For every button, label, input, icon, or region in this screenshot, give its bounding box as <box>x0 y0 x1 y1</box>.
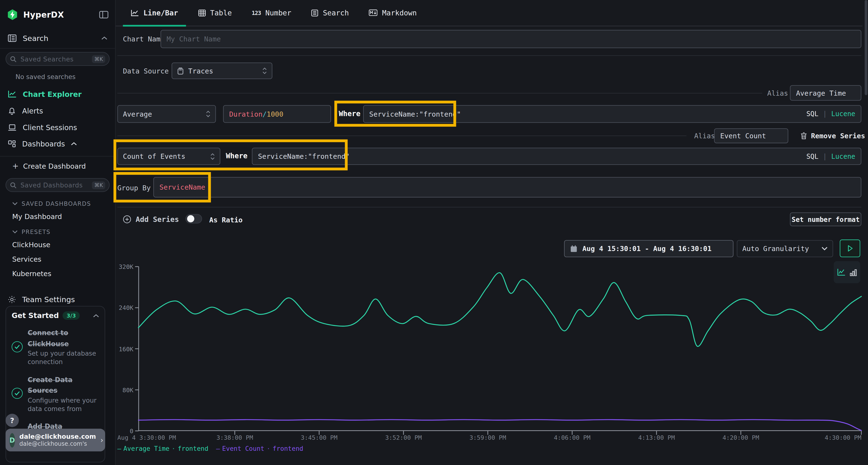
tab-number[interactable]: 123 Number <box>244 0 299 26</box>
sidebar-item-dashboards[interactable]: Dashboards <box>0 135 115 152</box>
collapse-sidebar-icon[interactable] <box>99 10 108 19</box>
markdown-icon <box>369 9 378 16</box>
team-settings-label: Team Settings <box>22 295 75 304</box>
x-tick-label: 4:30:00 PM <box>825 434 861 441</box>
sidebar-item-preset[interactable]: ClickHouse <box>0 237 115 252</box>
get-started-progress-badge: 3/3 <box>63 311 80 320</box>
series1-aggregation-select[interactable]: Average <box>117 105 216 123</box>
get-started-item[interactable]: Connect to ClickHouse Set up your databa… <box>11 327 99 366</box>
kbd-shortcut: ⌘K <box>92 181 105 189</box>
series2-where-label: Where <box>226 152 248 160</box>
get-started-item-title: Create Data Sources <box>28 376 72 394</box>
group-by-label: Group By <box>117 184 151 192</box>
data-source-select[interactable]: Traces <box>172 62 273 79</box>
legend-group: frontend <box>178 445 208 453</box>
chevron-right-icon: › <box>100 436 103 444</box>
saved-dashboards-section-toggle[interactable]: SAVED DASHBOARDS <box>0 195 115 209</box>
saved-searches-input[interactable]: Saved Searches ⌘K <box>5 52 110 66</box>
remove-series-button[interactable]: Remove Series <box>801 132 865 140</box>
legend-label: Event Count <box>222 445 264 453</box>
sidebar-search-label: Search <box>23 34 49 43</box>
series1-where-input[interactable]: ServiceName:"frontend" SQL | Lucene <box>363 105 861 123</box>
divider <box>117 56 862 56</box>
y-tick-label: 160K <box>111 345 133 353</box>
get-started-item-desc: Set up your database connection <box>28 350 99 366</box>
scrollbar-thumb[interactable] <box>865 0 867 95</box>
sidebar-item-client-sessions[interactable]: Client Sessions <box>0 119 115 136</box>
presets-list: ClickHouseServicesKubernetes <box>0 237 115 280</box>
sidebar-item-search[interactable]: Search <box>0 28 115 49</box>
get-started-header[interactable]: Get Started 3/3 <box>11 311 99 320</box>
series1-expression-input[interactable]: Duration/1000 <box>223 105 331 123</box>
chart-line-icon <box>8 90 17 98</box>
alias-label: Alias <box>767 89 788 97</box>
data-source-value: Traces <box>188 67 213 75</box>
check-circle-icon <box>11 388 23 399</box>
user-team: dale@clickhouse.com's <box>19 440 96 447</box>
run-query-button[interactable] <box>840 239 860 257</box>
lucene-option[interactable]: Lucene <box>831 110 856 118</box>
divider <box>117 135 686 136</box>
lucene-option[interactable]: Lucene <box>831 153 856 160</box>
granularity-select[interactable]: Auto Granularity <box>737 240 833 257</box>
add-series-button[interactable]: Add Series <box>123 215 179 223</box>
hyperdx-logo-icon <box>7 9 18 21</box>
presets-section-toggle[interactable]: PRESETS <box>0 224 115 237</box>
series2-where-input[interactable]: ServiceName:"frontend" SQL | Lucene <box>252 148 862 165</box>
tab-markdown[interactable]: Markdown <box>361 0 425 26</box>
as-ratio-label: As Ratio <box>209 215 243 224</box>
sidebar-item-preset[interactable]: Services <box>0 252 115 266</box>
series1-query-language-toggle: SQL | Lucene <box>806 110 855 118</box>
create-dashboard-button[interactable]: + Create Dashboard <box>0 157 115 175</box>
plot-svg <box>138 267 861 431</box>
legend-swatch: — <box>216 445 220 453</box>
legend-label: Average Time <box>123 445 169 453</box>
y-tick-label: 80K <box>111 387 133 394</box>
series1-alias-input[interactable]: Average Time <box>790 85 861 101</box>
search-panel-icon <box>8 34 17 42</box>
get-started-item-desc: Configure where your data comes from <box>28 397 99 413</box>
database-icon <box>177 67 184 74</box>
legend-item[interactable]: — Event Count · frontend <box>216 445 303 453</box>
help-button[interactable]: ? <box>5 414 19 427</box>
set-number-format-button[interactable]: Set number format <box>790 212 861 226</box>
sidebar-item-alerts[interactable]: Alerts <box>0 102 115 119</box>
divider <box>117 93 763 94</box>
saved-dashboards-input[interactable]: Saved Dashboards ⌘K <box>5 178 110 192</box>
client-sessions-label: Client Sessions <box>23 123 77 131</box>
series1-where-label: Where <box>339 110 361 118</box>
series-line-average-time <box>138 273 861 346</box>
sidebar-item-preset[interactable]: Kubernetes <box>0 266 115 280</box>
series2-alias-input[interactable]: Event Count <box>714 128 788 143</box>
chevron-updown-icon <box>206 110 210 117</box>
time-series-chart[interactable]: 320K240K160K80K0 Aug 4 3:30:00 PM3:38:00… <box>138 267 861 431</box>
series2-aggregation-select[interactable]: Count of Events <box>117 148 220 165</box>
magnifier-icon <box>10 182 17 189</box>
sidebar-item-chart-explorer[interactable]: Chart Explorer <box>0 86 115 102</box>
calendar-icon <box>570 245 578 252</box>
sql-option[interactable]: SQL <box>806 110 818 118</box>
get-started-item-title: Connect to ClickHouse <box>28 329 69 348</box>
user-menu[interactable]: D dale@clickhouse.com dale@clickhouse.co… <box>5 429 105 451</box>
dashboards-grid-icon <box>8 140 16 148</box>
get-started-item[interactable]: Create Data Sources Configure where your… <box>11 374 99 413</box>
date-range-input[interactable]: Aug 4 15:30:01 - Aug 4 16:30:01 <box>564 240 734 257</box>
sql-option[interactable]: SQL <box>806 153 818 160</box>
series-line-event-count <box>138 420 861 431</box>
avatar: D <box>9 433 15 447</box>
x-tick-label: 4:20:00 PM <box>723 434 759 441</box>
chart-name-input[interactable]: My Chart Name <box>161 30 862 48</box>
gear-icon <box>8 295 16 303</box>
as-ratio-toggle[interactable] <box>185 214 202 224</box>
chart-type-tabs: Line/Bar Table 123 Number Search Markdow… <box>116 0 863 27</box>
group-by-input[interactable]: ServiceName <box>153 177 861 198</box>
legend-item[interactable]: — Average Time · frontend <box>117 445 208 453</box>
sidebar-item-my-dashboard[interactable]: My Dashboard <box>0 209 115 224</box>
chevron-updown-icon <box>262 67 267 74</box>
axes <box>135 267 861 435</box>
alerts-label: Alerts <box>22 106 43 115</box>
legend-swatch: — <box>117 445 121 453</box>
tab-search[interactable]: Search <box>304 0 356 26</box>
tab-table[interactable]: Table <box>190 0 240 26</box>
tab-line-bar[interactable]: Line/Bar <box>123 0 186 26</box>
